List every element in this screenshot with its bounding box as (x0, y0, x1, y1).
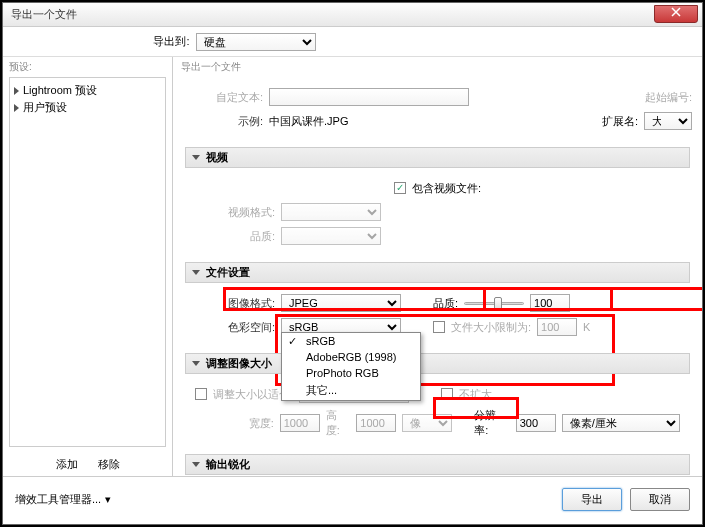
height-label: 高度: (326, 408, 351, 438)
preset-add-button[interactable]: 添加 (56, 457, 78, 472)
export-to-label: 导出到: (140, 34, 190, 49)
image-format-select[interactable]: JPEG (281, 294, 401, 312)
content-header: 导出一个文件 (173, 57, 702, 77)
ext-label: 扩展名: (602, 114, 638, 129)
start-num-label: 起始编号: (645, 90, 692, 105)
custom-text-input (269, 88, 469, 106)
preset-remove-button[interactable]: 移除 (98, 457, 120, 472)
chevron-down-icon (192, 462, 200, 467)
limit-size-checkbox[interactable] (433, 321, 445, 333)
limit-size-label: 文件大小限制为: (451, 320, 531, 335)
height-input (356, 414, 396, 432)
example-value: 中国风课件.JPG (269, 114, 348, 129)
cancel-button[interactable]: 取消 (630, 488, 690, 511)
noenlarge-label: 不扩大 (459, 387, 492, 402)
ext-select[interactable]: 大写 (644, 112, 692, 130)
resolution-input[interactable] (516, 414, 556, 432)
window-title: 导出一个文件 (11, 7, 77, 22)
content-area: 导出一个文件 自定文本: 起始编号: 示例: 中国风课件.JPG 扩展名: 大写 (173, 57, 702, 476)
plugin-manager-link[interactable]: 增效工具管理器... (15, 492, 101, 507)
video-format-label: 视频格式: (195, 205, 275, 220)
preset-header: 预设: (3, 57, 172, 77)
dropdown-item-prophoto[interactable]: ProPhoto RGB (282, 365, 420, 381)
section-sharpen-header[interactable]: 输出锐化 (185, 454, 690, 475)
include-video-checkbox[interactable] (394, 182, 406, 194)
width-label: 宽度: (195, 416, 274, 431)
section-video-header[interactable]: 视频 (185, 147, 690, 168)
colorspace-label: 色彩空间: (195, 320, 275, 335)
section-resize-header[interactable]: 调整图像大小 (185, 353, 690, 374)
close-button[interactable] (654, 5, 698, 23)
width-input (280, 414, 320, 432)
video-quality-select (281, 227, 381, 245)
video-quality-label: 品质: (195, 229, 275, 244)
size-unit-select: 像素 (402, 414, 452, 432)
dropdown-item-adobergb[interactable]: AdobeRGB (1998) (282, 349, 420, 365)
footer: 增效工具管理器... ▾ 导出 取消 (3, 477, 702, 521)
dropdown-item-other[interactable]: 其它... (282, 381, 420, 400)
custom-text-label: 自定文本: (183, 90, 263, 105)
export-to-select[interactable]: 硬盘 (196, 33, 316, 51)
export-to-row: 导出到: 硬盘 (3, 27, 702, 57)
dropdown-item-srgb[interactable]: sRGB (282, 333, 420, 349)
preset-node-lightroom[interactable]: Lightroom 预设 (14, 82, 161, 99)
chevron-down-icon (192, 361, 200, 366)
limit-size-unit: K (583, 321, 590, 333)
quality-slider[interactable] (464, 295, 524, 311)
section-file-header[interactable]: 文件设置 (185, 262, 690, 283)
limit-size-input (537, 318, 577, 336)
resize-fit-checkbox[interactable] (195, 388, 207, 400)
example-label: 示例: (183, 114, 263, 129)
noenlarge-checkbox (441, 388, 453, 400)
quality-input[interactable] (530, 294, 570, 312)
chevron-down-icon: ▾ (105, 493, 111, 506)
quality-label: 品质: (433, 296, 458, 311)
chevron-down-icon (192, 270, 200, 275)
chevron-right-icon (14, 104, 19, 112)
include-video-label: 包含视频文件: (412, 181, 481, 196)
chevron-right-icon (14, 87, 19, 95)
resolution-unit-select[interactable]: 像素/厘米 (562, 414, 680, 432)
video-format-select (281, 203, 381, 221)
export-button[interactable]: 导出 (562, 488, 622, 511)
preset-node-user[interactable]: 用户预设 (14, 99, 161, 116)
colorspace-dropdown[interactable]: sRGB AdobeRGB (1998) ProPhoto RGB 其它... (281, 332, 421, 401)
resolution-label: 分辨率: (474, 408, 509, 438)
image-format-label: 图像格式: (195, 296, 275, 311)
preset-sidebar: 预设: Lightroom 预设 用户预设 添加 移除 (3, 57, 173, 476)
chevron-down-icon (192, 155, 200, 160)
export-dialog: 导出一个文件 导出到: 硬盘 预设: Lightroom 预设 用户预设 添加 … (2, 2, 703, 525)
preset-tree[interactable]: Lightroom 预设 用户预设 (9, 77, 166, 447)
titlebar: 导出一个文件 (3, 3, 702, 27)
